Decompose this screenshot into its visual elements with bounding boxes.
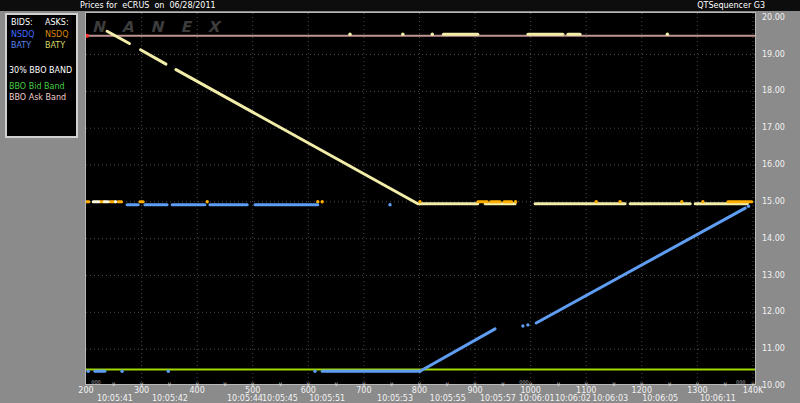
y-axis-label: 12.00 bbox=[762, 307, 785, 316]
series-bids-dot bbox=[388, 203, 391, 206]
bid-venue-nsdq: NSDQ bbox=[11, 30, 35, 39]
axis-caret: ∨ bbox=[334, 381, 338, 387]
axis-caret: ∨ bbox=[278, 381, 282, 387]
time-label: 10:05:53 bbox=[377, 394, 413, 403]
axis-caret: ∨ bbox=[362, 381, 366, 387]
series-nsdq-ask-dot bbox=[316, 200, 319, 203]
series-band-start-marker-dot bbox=[86, 34, 89, 38]
series-bids-dot bbox=[526, 323, 529, 326]
series-bids-dot bbox=[120, 370, 123, 373]
axis-caret: ∨ bbox=[167, 381, 171, 387]
axis-caret: ∨ bbox=[640, 381, 644, 387]
x-axis-label: 300 bbox=[134, 386, 149, 395]
axis-caret: ∨ bbox=[251, 381, 255, 387]
x-axis-label: 200 bbox=[78, 386, 93, 395]
time-label: 10:06:01 bbox=[519, 394, 555, 403]
axis-caret: ∨ bbox=[612, 381, 616, 387]
series-bids-dot bbox=[87, 370, 90, 373]
title-bar: Prices for eCRUS on 06/28/2011 QTSequenc… bbox=[0, 0, 800, 11]
axis-caret: ∨ bbox=[667, 381, 671, 387]
x-axis-label: 140K bbox=[743, 386, 764, 395]
axis-caret: ∨ bbox=[723, 381, 727, 387]
y-axis-label: 20.00 bbox=[762, 13, 785, 22]
time-label: 10:05:41 bbox=[97, 394, 133, 403]
time-label: 10:05:55 bbox=[430, 394, 466, 403]
axis-micro-label: 000 bbox=[736, 380, 746, 385]
time-label: 10:06:02 bbox=[555, 394, 591, 403]
series-nsdq-ask-dot bbox=[206, 200, 209, 203]
series-baty-ask-dot bbox=[401, 33, 404, 36]
axis-caret: ∨ bbox=[473, 381, 477, 387]
bbo-bid-band-label: BBO Bid Band bbox=[9, 82, 65, 91]
axis-caret: ∨ bbox=[389, 381, 393, 387]
x-axis-label: 800 bbox=[412, 386, 427, 395]
y-axis-label: 10.00 bbox=[762, 381, 785, 390]
axis-caret: ∨ bbox=[445, 381, 449, 387]
price-chart[interactable] bbox=[86, 13, 755, 384]
y-axis-label: 13.00 bbox=[762, 271, 785, 280]
series-nsdq-ask-dot bbox=[418, 200, 421, 203]
axis-caret: ∨ bbox=[584, 381, 588, 387]
series-bids-dot bbox=[747, 205, 750, 208]
series-bids-dot bbox=[521, 324, 524, 327]
series-baty-ask bbox=[141, 50, 167, 64]
bids-header: BIDS: bbox=[11, 18, 33, 27]
axis-caret: ∨ bbox=[695, 381, 699, 387]
time-label: 10:05:44 bbox=[227, 394, 263, 403]
series-nsdq-ask-dot bbox=[701, 200, 704, 203]
series-bids bbox=[536, 208, 745, 323]
axis-caret: ∨ bbox=[417, 381, 421, 387]
axis-caret: ∨ bbox=[528, 381, 532, 387]
series-nsdq-ask-dot bbox=[321, 200, 324, 203]
series-baty-ask-dot bbox=[431, 33, 434, 36]
bbo-band-title: 30% BBO BAND bbox=[9, 66, 72, 75]
legend-panel: BIDS: ASKS: NSDQ NSDQ BATY BATY 30% BBO … bbox=[5, 13, 78, 138]
axis-caret: ∨ bbox=[556, 381, 560, 387]
bid-venue-baty: BATY bbox=[11, 41, 31, 50]
series-baty-ask bbox=[176, 70, 418, 204]
time-label: 10:06:03 bbox=[592, 394, 628, 403]
chart-area[interactable]: N A N E X bbox=[85, 12, 756, 385]
time-label: 10:06:11 bbox=[700, 394, 736, 403]
asks-header: ASKS: bbox=[45, 18, 69, 27]
bbo-ask-band-label: BBO Ask Band bbox=[9, 93, 66, 102]
time-label: 10:05:51 bbox=[309, 394, 345, 403]
series-white-quotes-dot bbox=[114, 200, 117, 203]
axis-caret: ∨ bbox=[306, 381, 310, 387]
y-axis-label: 14.00 bbox=[762, 234, 785, 243]
time-label: 10:05:42 bbox=[152, 394, 188, 403]
series-nsdq-ask-dot bbox=[595, 200, 598, 203]
y-axis-label: 17.00 bbox=[762, 123, 785, 132]
time-label: 10:05:57 bbox=[480, 394, 516, 403]
x-axis-label: 400 bbox=[190, 386, 205, 395]
series-nsdq-ask-dot bbox=[680, 200, 683, 203]
series-nsdq-ask-dot bbox=[514, 200, 517, 203]
series-baty-ask-dot bbox=[348, 33, 351, 36]
axis-caret: ∨ bbox=[139, 381, 143, 387]
time-label: 10:06:05 bbox=[642, 394, 678, 403]
y-axis-label: 19.00 bbox=[762, 50, 785, 59]
axis-micro-label: 000 bbox=[519, 380, 529, 385]
axis-caret: ∨ bbox=[223, 381, 227, 387]
y-axis-label: 15.00 bbox=[762, 197, 785, 206]
series-bids-dot bbox=[167, 370, 170, 373]
ask-venue-nsdq: NSDQ bbox=[45, 30, 69, 39]
nanex-watermark: N A N E X bbox=[92, 18, 225, 36]
ask-venue-baty: BATY bbox=[45, 41, 65, 50]
window-title: Prices for eCRUS on 06/28/2011 bbox=[80, 0, 216, 11]
y-axis-label: 11.00 bbox=[762, 344, 785, 353]
axis-caret: ∨ bbox=[112, 381, 116, 387]
x-axis-label: 700 bbox=[356, 386, 371, 395]
axis-caret: ∨ bbox=[501, 381, 505, 387]
series-bids bbox=[420, 329, 495, 371]
time-label: 10:05:45 bbox=[262, 394, 298, 403]
series-bids-dot bbox=[313, 370, 316, 373]
app-name: QTSequencer G3 bbox=[697, 0, 765, 11]
axis-caret: ∨ bbox=[195, 381, 199, 387]
axis-micro-label: 000 bbox=[91, 380, 101, 385]
qtsequencer-window: Prices for eCRUS on 06/28/2011 QTSequenc… bbox=[0, 0, 800, 403]
y-axis-label: 18.00 bbox=[762, 86, 785, 95]
series-baty-ask-dot bbox=[666, 33, 669, 36]
y-axis-label: 16.00 bbox=[762, 160, 785, 169]
series-nsdq-ask-dot bbox=[618, 200, 621, 203]
